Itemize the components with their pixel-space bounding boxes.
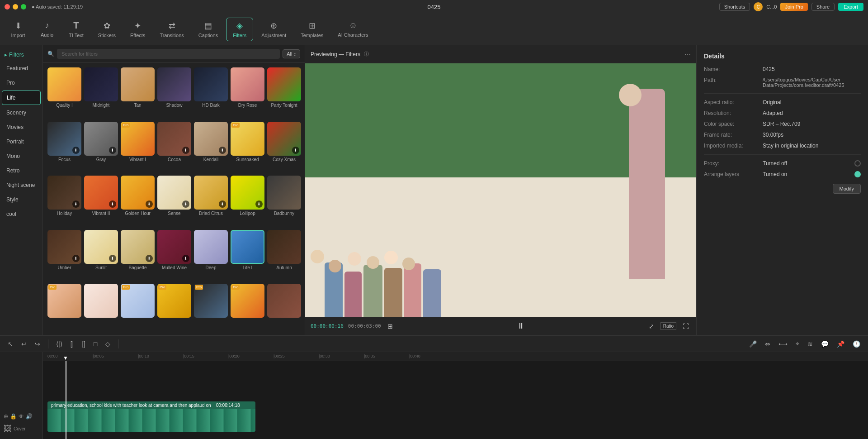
pin-button[interactable]: 📌 <box>835 339 847 348</box>
sidebar-item-night-scene[interactable]: Night scene <box>2 178 41 192</box>
filter-item[interactable]: Pro <box>121 284 155 330</box>
arrange-toggle[interactable] <box>854 171 861 177</box>
tool-text[interactable]: T TI Text <box>62 18 90 41</box>
filter-item[interactable]: ProVibrant I <box>121 122 155 173</box>
filter-item[interactable]: Tan <box>121 67 155 119</box>
filter-item[interactable]: Pro <box>194 284 228 330</box>
filter-item[interactable]: ⬇Umber <box>47 230 81 282</box>
download-icon[interactable]: ⬇ <box>109 255 116 262</box>
download-icon[interactable]: ⬇ <box>255 200 263 208</box>
user-avatar[interactable]: C <box>754 2 763 11</box>
play-pause-button[interactable]: ⏸ <box>515 321 527 331</box>
ratio-button[interactable]: Ratio <box>660 322 676 330</box>
sidebar-item-featured[interactable]: Featured <box>2 62 41 75</box>
timeline-setting-button[interactable]: ⟷ <box>776 339 790 348</box>
download-icon[interactable]: ⬇ <box>72 147 80 154</box>
filter-item[interactable]: ⬇Holiday <box>47 176 81 227</box>
filter-item[interactable]: ⬇Dried Citrus <box>194 176 228 227</box>
trim-start-button[interactable]: [| <box>68 339 76 348</box>
more-options-icon[interactable]: ⋯ <box>684 51 691 58</box>
modify-button[interactable]: Modify <box>833 184 861 194</box>
freeze-frame-button[interactable]: □ <box>91 339 99 348</box>
filter-item[interactable]: Pro <box>231 284 264 330</box>
filter-all-button[interactable]: All ↕ <box>283 49 300 58</box>
download-icon[interactable]: ⬇ <box>109 200 116 208</box>
filter-item[interactable]: Deep <box>194 230 228 282</box>
download-icon[interactable]: ⬇ <box>182 147 189 154</box>
filter-item[interactable]: Autumn <box>267 230 301 282</box>
sidebar-item-portrait[interactable]: Portrait <box>2 135 41 148</box>
tool-filters[interactable]: ◈ Filters <box>226 18 253 41</box>
download-icon[interactable]: ⬇ <box>292 147 299 154</box>
close-button[interactable] <box>5 4 10 10</box>
filter-item[interactable]: ⬇Sense <box>157 176 191 227</box>
sidebar-item-scenery[interactable]: Scenery <box>2 106 41 119</box>
sidebar-item-retro[interactable]: Retro <box>2 164 41 177</box>
track-lock-icon[interactable]: 🔒 <box>10 413 17 420</box>
filter-item[interactable] <box>267 284 301 330</box>
audio-wave-button[interactable]: ≋ <box>805 339 815 348</box>
track-eye-icon[interactable]: 👁 <box>19 413 24 420</box>
download-icon[interactable]: ⬇ <box>182 255 189 262</box>
sidebar-item-pro[interactable]: Pro <box>2 76 41 90</box>
tool-adjustment[interactable]: ⊕ Adjustment <box>255 18 292 41</box>
sidebar-item-cool[interactable]: cool <box>2 207 41 221</box>
filter-item[interactable]: Dry Rose <box>231 67 264 119</box>
filter-item[interactable]: ProSunsoaked <box>231 122 264 173</box>
download-icon[interactable]: ⬇ <box>219 200 226 208</box>
track-add-icon[interactable]: ⊕ <box>4 413 8 420</box>
filter-item[interactable]: ⬇Cozy Xmas <box>267 122 301 173</box>
track-mute-icon[interactable]: 🔊 <box>26 413 33 420</box>
clock-button[interactable]: 🕐 <box>850 339 863 348</box>
fullscreen-button[interactable]: ⛶ <box>681 323 691 330</box>
export-button[interactable]: Export <box>838 3 863 11</box>
filter-item[interactable]: ⬇Vibrant II <box>84 176 118 227</box>
split-button[interactable]: ⟨|⟩ <box>54 339 65 348</box>
filter-item[interactable]: Party Tonight <box>267 67 301 119</box>
sidebar-item-style[interactable]: Style <box>2 193 41 206</box>
comment-button[interactable]: 💬 <box>819 339 831 348</box>
search-input[interactable] <box>57 49 280 59</box>
undo-button[interactable]: ↩ <box>19 339 29 348</box>
share-button[interactable]: Share <box>811 3 835 11</box>
tool-ai-characters[interactable]: ☺ AI Characters <box>331 18 374 40</box>
filter-item[interactable]: Life I <box>231 230 264 282</box>
filter-item[interactable]: ⬇Focus <box>47 122 81 173</box>
download-icon[interactable]: ⬇ <box>219 147 226 154</box>
filter-item[interactable]: Quality I <box>47 67 81 119</box>
filter-item[interactable]: Pro <box>47 284 81 330</box>
filter-item[interactable]: ⬇Cocoa <box>157 122 191 173</box>
tool-transitions[interactable]: ⇄ Transitions <box>153 18 190 41</box>
tool-templates[interactable]: ⊞ Templates <box>294 18 330 41</box>
tool-captions[interactable]: ▤ Captions <box>192 18 224 41</box>
minimize-button[interactable] <box>13 4 18 10</box>
grid-view-button[interactable]: ⊞ <box>386 323 395 330</box>
maximize-button[interactable] <box>21 4 26 10</box>
mic-button[interactable]: 🎤 <box>747 339 759 348</box>
download-icon[interactable]: ⬇ <box>146 200 153 208</box>
filter-item[interactable]: ⬇Lollipop <box>231 176 264 227</box>
download-icon[interactable]: ⬇ <box>72 255 80 262</box>
sidebar-item-life[interactable]: Life <box>2 91 41 105</box>
filter-item[interactable]: Badbunny <box>267 176 301 227</box>
tool-effects[interactable]: ✦ Effects <box>124 18 151 41</box>
filter-item[interactable]: ⬇Gray <box>84 122 118 173</box>
tool-stickers[interactable]: ✿ Stickers <box>92 18 122 41</box>
download-icon[interactable]: ⬇ <box>72 200 80 208</box>
filter-item[interactable]: Shadow <box>157 67 191 119</box>
trim-end-button[interactable]: |] <box>80 339 88 348</box>
tool-import[interactable]: ⬇ Import <box>5 18 32 41</box>
select-tool-button[interactable]: ↖ <box>5 339 15 348</box>
filter-item[interactable]: ⬇Kendall <box>194 122 228 173</box>
tool-audio[interactable]: ♪ Audio <box>33 18 61 40</box>
redo-button[interactable]: ↪ <box>33 339 42 348</box>
snap-button[interactable]: ⌖ <box>793 339 802 348</box>
joinpro-button[interactable]: Join Pro <box>780 3 807 11</box>
sidebar-item-movies[interactable]: Movies <box>2 120 41 134</box>
playhead[interactable] <box>66 361 66 439</box>
filter-item[interactable]: ⬇Mulled Wine <box>157 230 191 282</box>
sidebar-item-mono[interactable]: Mono <box>2 149 41 163</box>
zoom-fit-button[interactable]: ⇔ <box>763 339 773 348</box>
download-icon[interactable]: ⬇ <box>182 200 189 208</box>
crop-button[interactable]: ⤢ <box>647 323 656 330</box>
